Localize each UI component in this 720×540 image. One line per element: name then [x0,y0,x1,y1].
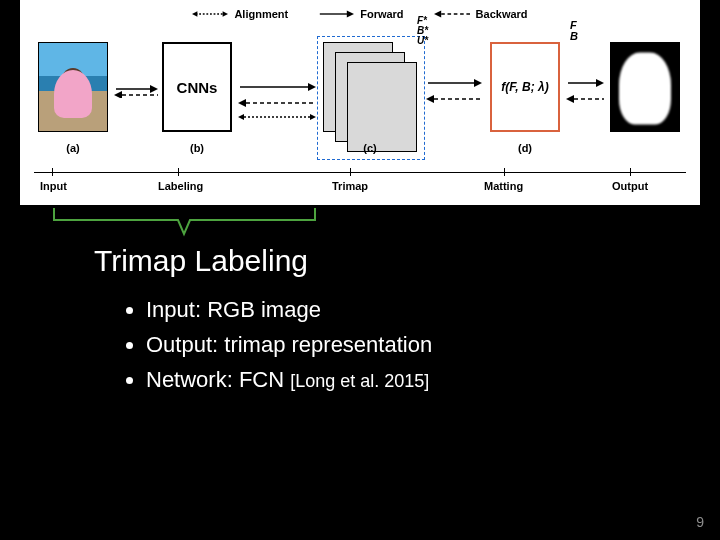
arrow-a-to-b [114,84,158,102]
input-photo [38,42,108,132]
label-U-star: U* [417,36,428,46]
stage-trimap: Trimap [332,180,368,192]
fb-labels: F B [570,20,578,42]
axis-tick [350,168,351,176]
axis-tick [52,168,53,176]
legend-label: Backward [476,8,528,20]
dashed-arrow-icon [434,9,470,19]
arrow-b-c-alignment [238,110,316,128]
arrow-c-to-d-backward [426,92,482,110]
slide-root: Alignment Forward Backward (a) CNNs (b) [0,0,720,540]
legend-alignment: Alignment [192,8,288,20]
stage-axis: Input Labeling Trimap Matting Output [20,172,700,202]
stage-matting: Matting [484,180,523,192]
bullet-text: Network: FCN [146,367,290,392]
solid-arrow-icon [318,9,354,19]
section-title: Trimap Labeling [94,244,308,278]
svg-marker-19 [474,79,482,87]
label-B: B [570,31,578,42]
panel-letter-c: (c) [335,142,405,154]
svg-marker-12 [308,83,316,91]
bullet-item: Network: FCN [Long et al. 2015] [146,362,432,397]
svg-marker-8 [150,85,158,93]
svg-marker-1 [192,11,197,16]
node-output-matte [610,42,680,132]
svg-marker-2 [223,11,228,16]
bracket-icon [52,206,317,242]
stack-card [347,62,417,152]
panel-letter-b: (b) [162,142,232,154]
node-input-image: (a) [38,42,108,132]
node-cnns: CNNs (b) [162,42,232,132]
svg-marker-14 [238,99,246,107]
matting-function-box: f(F, B; λ) [490,42,560,132]
bullet-item: Output: trimap representation [146,327,432,362]
dotted-two-head-arrow-icon [192,9,228,19]
legend-label: Alignment [234,8,288,20]
svg-marker-10 [114,91,122,98]
stage-labeling: Labeling [158,180,203,192]
node-trimap-stack: F* B* U* (c) [323,42,419,152]
card-stack: F* B* U* [323,42,419,152]
stage-input: Input [40,180,67,192]
panel-letter-d: (d) [490,142,560,154]
arrow-d-to-e-backward [566,92,604,110]
axis-tick [504,168,505,176]
node-matting-fn: F B f(F, B; λ) (d) [490,42,560,132]
axis-tick [178,168,179,176]
page-number: 9 [696,514,704,530]
svg-marker-6 [434,10,441,17]
pipeline-diagram: Alignment Forward Backward (a) CNNs (b) [20,0,700,205]
bullet-list: Input: RGB image Output: trimap represen… [124,292,432,398]
svg-marker-25 [566,95,574,103]
axis-tick [630,168,631,176]
section-bracket [52,206,317,242]
bullet-item: Input: RGB image [146,292,432,327]
panel-letter-a: (a) [38,142,108,154]
cnns-box: CNNs [162,42,232,132]
legend: Alignment Forward Backward [20,8,700,20]
pipeline: (a) CNNs (b) F* B* U* (c) [20,36,700,156]
svg-marker-21 [426,95,434,103]
legend-forward: Forward [318,8,403,20]
svg-marker-4 [347,10,354,17]
legend-label: Forward [360,8,403,20]
svg-marker-16 [238,114,244,120]
superscript-labels: F* B* U* [417,16,428,46]
output-matte [610,42,680,132]
stage-axis-line [34,172,686,173]
svg-marker-23 [596,79,604,87]
stage-output: Output [612,180,648,192]
svg-marker-17 [310,114,316,120]
legend-backward: Backward [434,8,528,20]
citation: [Long et al. 2015] [290,371,429,391]
